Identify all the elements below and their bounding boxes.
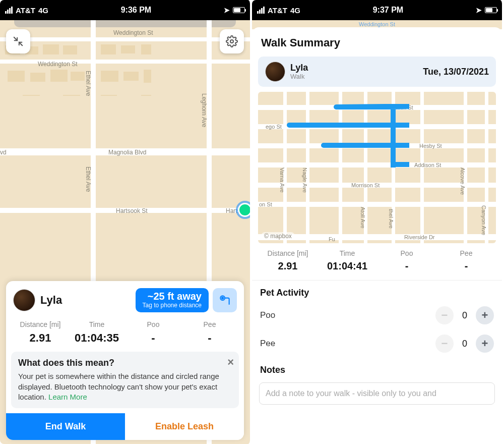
status-bar: AT&T 4G 9:37 PM ➤ — [252, 0, 502, 20]
street-label: Leghorn Ave — [201, 93, 208, 127]
action-row: End Walk Enable Leash — [6, 413, 244, 440]
stat-poo-label: Poo — [377, 249, 436, 257]
street-label: on St — [259, 201, 272, 207]
signal-icon — [5, 7, 13, 14]
stat-distance-value: 2.91 — [258, 260, 318, 272]
pet-avatar[interactable] — [265, 62, 285, 82]
street-label: Fu — [329, 236, 335, 242]
street-label: Magnolia Blvd — [108, 149, 146, 156]
stat-poo-value: - — [125, 331, 181, 345]
summary-panel: Walk Summary Lyla Walk Tue, 13/07/2021 — [252, 27, 502, 444]
carrier-label: AT&T — [268, 6, 287, 15]
svg-rect-10 — [30, 73, 45, 82]
section-pet-activity: Pet Activity — [252, 281, 502, 301]
section-notes: Notes — [252, 358, 502, 378]
poo-increment-button[interactable]: + — [476, 306, 494, 324]
stat-distance-label: Distance [mi] — [258, 249, 318, 257]
notes-input[interactable]: Add a note to your walk - visible only t… — [259, 382, 495, 405]
page-title: Walk Summary — [252, 27, 502, 57]
pee-decrement-button[interactable]: − — [435, 335, 454, 353]
activity-poo-label: Poo — [260, 310, 275, 320]
svg-rect-6 — [141, 44, 151, 54]
end-walk-button[interactable]: End Walk — [6, 413, 125, 440]
svg-rect-5 — [121, 45, 135, 53]
status-bar: AT&T 4G 9:36 PM ➤ — [0, 0, 250, 20]
tag-distance-pill[interactable]: ~25 ft away Tag to phone distance — [136, 288, 209, 312]
poo-decrement-button[interactable]: − — [435, 306, 454, 324]
tag-distance-sub: Tag to phone distance — [143, 302, 202, 309]
stats-row: Distance [mi]2.91 Time01:04:35 Poo- Pee- — [6, 315, 244, 352]
learn-more-link[interactable]: Learn More — [48, 393, 87, 401]
street-label: Varna Ave — [279, 168, 285, 193]
pee-increment-button[interactable]: + — [476, 335, 494, 353]
street-label: Nagle Ave — [302, 168, 308, 193]
stat-pee-value: - — [436, 260, 496, 272]
pet-header: Lyla Walk Tue, 13/07/2021 — [258, 57, 496, 87]
stat-distance-label: Distance [mi] — [12, 320, 69, 328]
svg-rect-4 — [101, 44, 116, 54]
street-label: Morrison St — [351, 182, 380, 188]
info-close-button[interactable]: × — [227, 356, 234, 369]
street-label: thel Ave — [388, 209, 394, 229]
stat-poo-value: - — [377, 260, 436, 272]
street-label: Hesby St — [419, 143, 442, 149]
network-label: 4G — [38, 6, 48, 15]
stat-time-label: Time — [69, 320, 125, 328]
stat-time-label: Time — [318, 249, 377, 257]
svg-rect-14 — [123, 72, 139, 81]
summary-map[interactable]: Hartsook St ego St Hesby St Addison St M… — [258, 92, 496, 243]
info-title: What does this mean? — [18, 358, 232, 368]
svg-rect-11 — [50, 70, 68, 82]
signal-icon — [257, 7, 265, 14]
svg-rect-19 — [23, 95, 40, 96]
battery-icon — [485, 7, 497, 13]
activity-type: Walk — [290, 73, 308, 80]
street-label: vd — [0, 149, 7, 156]
pee-count: 0 — [461, 339, 469, 349]
screen-walk-summary: AT&T 4G 9:37 PM ➤ Weddington St Walk Sum… — [252, 0, 504, 444]
pet-avatar[interactable] — [13, 289, 35, 311]
network-label: 4G — [290, 6, 300, 15]
pet-name: Lyla — [40, 294, 62, 307]
street-label: Addison St — [414, 162, 441, 168]
settings-button[interactable] — [220, 29, 244, 53]
svg-rect-21 — [63, 95, 80, 96]
activity-pee-label: Pee — [260, 339, 275, 349]
activity-row-poo: Poo − 0 + — [252, 301, 502, 329]
carrier-label: AT&T — [16, 6, 35, 15]
location-services-icon: ➤ — [224, 6, 230, 14]
svg-point-72 — [230, 40, 233, 43]
stat-distance-value: 2.91 — [12, 331, 69, 345]
current-location-marker — [238, 203, 250, 217]
clock: 9:37 PM — [373, 6, 403, 15]
tag-distance-value: ~25 ft away — [143, 291, 202, 302]
pet-name: Lyla — [290, 63, 308, 73]
stat-pee-value: - — [181, 331, 238, 345]
stat-poo-label: Poo — [125, 320, 181, 328]
svg-point-74 — [222, 297, 223, 299]
stat-time-value: 01:04:41 — [318, 260, 377, 272]
svg-rect-12 — [71, 72, 85, 81]
location-services-icon: ➤ — [476, 6, 482, 14]
street-label: Atoll Ave — [360, 207, 366, 229]
walk-date: Tue, 13/07/2021 — [423, 67, 489, 77]
svg-rect-22 — [101, 95, 117, 96]
svg-rect-13 — [101, 71, 118, 82]
info-body: Your pet is somewhere within the distanc… — [18, 371, 232, 402]
walk-card: Lyla ~25 ft away Tag to phone distance D… — [6, 281, 244, 440]
poo-count: 0 — [461, 310, 469, 321]
stat-pee-label: Pee — [181, 320, 238, 328]
stat-time-value: 01:04:35 — [69, 331, 125, 345]
street-label: Riverside Dr — [404, 234, 435, 240]
svg-rect-15 — [144, 70, 151, 83]
street-label: Alcove Ave — [460, 168, 466, 195]
enable-leash-button[interactable]: Enable Leash — [125, 413, 244, 440]
info-callout: × What does this mean? Your pet is somew… — [11, 352, 239, 408]
clock: 9:36 PM — [121, 6, 151, 15]
street-label: Hartsook St — [116, 207, 148, 214]
street-label: Canyon Ave — [481, 205, 487, 235]
collapse-map-button[interactable] — [6, 29, 30, 53]
walk-route — [258, 92, 409, 168]
leash-icon-button[interactable] — [213, 288, 237, 312]
svg-rect-9 — [8, 71, 25, 82]
